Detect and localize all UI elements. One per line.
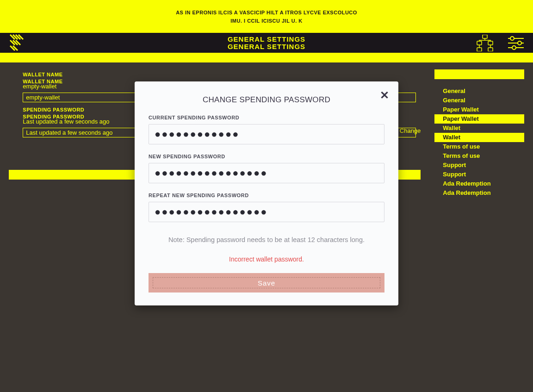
new-password-input[interactable]: [149, 163, 384, 183]
close-icon[interactable]: ✕: [380, 90, 389, 101]
repeat-password-input[interactable]: [149, 202, 384, 222]
modal-overlay: CHANGE SPENDING PASSWORD ✕ CURRENT SPEND…: [0, 0, 533, 392]
password-error: Incorrect wallet password.: [149, 255, 384, 263]
save-button[interactable]: Save: [149, 273, 384, 292]
password-note: Note: Spending password needs to be at l…: [149, 236, 384, 243]
current-password-label: CURRENT SPENDING PASSWORD: [149, 115, 384, 120]
current-password-input[interactable]: [149, 124, 384, 144]
change-password-modal: CHANGE SPENDING PASSWORD ✕ CURRENT SPEND…: [135, 81, 398, 305]
new-password-label: NEW SPENDING PASSWORD: [149, 154, 384, 159]
repeat-password-label: REPEAT NEW SPENDING PASSWORD: [149, 193, 384, 198]
modal-title: CHANGE SPENDING PASSWORD: [149, 95, 384, 105]
